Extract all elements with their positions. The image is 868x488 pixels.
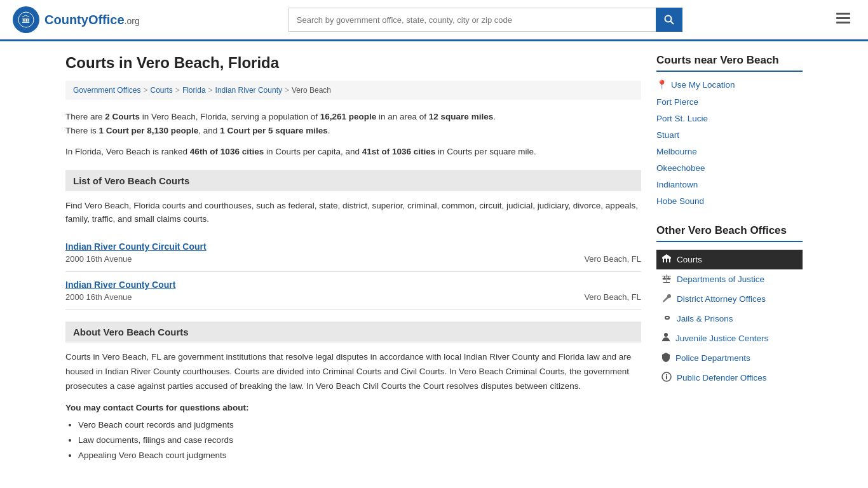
hamburger-icon bbox=[836, 13, 850, 24]
office-item[interactable]: District Attorney Offices bbox=[656, 289, 803, 309]
office-item[interactable]: Jails & Prisons bbox=[656, 309, 803, 329]
office-link[interactable]: Departments of Justice bbox=[677, 274, 764, 284]
office-link[interactable]: Courts bbox=[677, 255, 702, 264]
svg-text:🏛: 🏛 bbox=[22, 15, 31, 25]
summary-line1: There are 2 Courts in Vero Beach, Florid… bbox=[65, 110, 641, 137]
svg-rect-6 bbox=[836, 22, 850, 24]
list-section-header: List of Vero Beach Courts bbox=[65, 170, 641, 191]
office-item[interactable]: Public Defender Offices bbox=[656, 368, 803, 388]
logo-icon: 🏛 bbox=[13, 6, 39, 33]
svg-point-15 bbox=[663, 278, 667, 280]
office-icon bbox=[661, 352, 670, 364]
svg-rect-12 bbox=[667, 274, 667, 282]
nearby-city-link[interactable]: Okeechobee bbox=[656, 163, 705, 173]
nearby-city-item: Okeechobee bbox=[656, 159, 803, 176]
nearby-city-link[interactable]: Port St. Lucie bbox=[656, 114, 708, 123]
svg-rect-7 bbox=[663, 259, 664, 262]
court-item: Indian River County Circuit Court 2000 1… bbox=[65, 234, 641, 272]
office-icon bbox=[661, 273, 672, 285]
list-section-description: Find Vero Beach, Florida courts and cour… bbox=[65, 199, 641, 226]
nearby-city-item: Indiantown bbox=[656, 176, 803, 193]
other-offices-section: Other Vero Beach Offices Courts Departme… bbox=[656, 224, 803, 388]
search-area bbox=[288, 8, 682, 32]
office-link[interactable]: District Attorney Offices bbox=[677, 294, 766, 304]
page-title: Courts in Vero Beach, Florida bbox=[65, 54, 641, 72]
nearby-city-item: Stuart bbox=[656, 126, 803, 143]
breadcrumb-florida[interactable]: Florida bbox=[182, 86, 206, 95]
office-item[interactable]: Police Departments bbox=[656, 348, 803, 368]
menu-button[interactable] bbox=[831, 10, 855, 30]
office-icon bbox=[661, 372, 672, 384]
svg-rect-9 bbox=[669, 259, 670, 262]
site-header: 🏛 CountyOffice.org bbox=[0, 0, 868, 41]
svg-rect-14 bbox=[662, 276, 671, 276]
svg-point-19 bbox=[664, 333, 668, 337]
nearby-city-item: Hobe Sound bbox=[656, 193, 803, 209]
svg-rect-22 bbox=[666, 374, 667, 376]
breadcrumb-gov-offices[interactable]: Government Offices bbox=[73, 86, 141, 95]
search-input[interactable] bbox=[288, 8, 656, 32]
svg-rect-21 bbox=[666, 376, 667, 379]
nearby-city-link[interactable]: Stuart bbox=[656, 130, 679, 140]
office-link[interactable]: Public Defender Offices bbox=[677, 373, 767, 383]
breadcrumb-vero-beach: Vero Beach bbox=[292, 86, 331, 95]
svg-rect-8 bbox=[666, 259, 667, 262]
breadcrumb-courts[interactable]: Courts bbox=[151, 86, 173, 95]
office-item[interactable]: Departments of Justice bbox=[656, 269, 803, 289]
office-item[interactable]: Juvenile Justice Centers bbox=[656, 329, 803, 348]
svg-rect-13 bbox=[663, 282, 670, 283]
nearby-city-item: Port St. Lucie bbox=[656, 110, 803, 126]
court-list: Indian River County Circuit Court 2000 1… bbox=[65, 234, 641, 310]
breadcrumb: Government Offices > Courts > Florida > … bbox=[65, 81, 641, 100]
other-offices-title: Other Vero Beach Offices bbox=[656, 224, 803, 242]
logo-area: 🏛 CountyOffice.org bbox=[13, 6, 140, 33]
content-area: Courts in Vero Beach, Florida Government… bbox=[65, 54, 641, 464]
svg-point-2 bbox=[665, 16, 671, 22]
svg-rect-10 bbox=[662, 257, 671, 259]
office-icon bbox=[661, 254, 672, 266]
svg-rect-5 bbox=[836, 17, 850, 19]
sidebar: Courts near Vero Beach 📍 Use My Location… bbox=[656, 54, 803, 464]
office-item[interactable]: Courts bbox=[656, 250, 803, 269]
court-address: 2000 16th Avenue bbox=[65, 254, 132, 264]
nearby-city-item: Melbourne bbox=[656, 143, 803, 159]
nearby-city-link[interactable]: Hobe Sound bbox=[656, 196, 704, 206]
court-name[interactable]: Indian River County Circuit Court bbox=[65, 241, 641, 252]
court-details: 2000 16th Avenue Vero Beach, FL bbox=[65, 292, 641, 302]
court-name[interactable]: Indian River County Court bbox=[65, 280, 641, 290]
office-icon bbox=[661, 293, 672, 305]
court-details: 2000 16th Avenue Vero Beach, FL bbox=[65, 254, 641, 264]
about-description: Courts in Vero Beach, FL are government … bbox=[65, 350, 641, 394]
bullet-list: Vero Beach court records and judgmentsLa… bbox=[78, 417, 641, 464]
nearby-title: Courts near Vero Beach bbox=[656, 54, 803, 72]
svg-line-3 bbox=[670, 22, 674, 25]
bullet-item: Law documents, filings and case records bbox=[78, 433, 641, 448]
main-container: Courts in Vero Beach, Florida Government… bbox=[53, 41, 815, 477]
nearby-city-link[interactable]: Melbourne bbox=[656, 147, 697, 156]
contact-title: You may contact Courts for questions abo… bbox=[65, 403, 641, 412]
court-city-state: Vero Beach, FL bbox=[584, 292, 641, 302]
summary-line2: In Florida, Vero Beach is ranked 46th of… bbox=[65, 145, 641, 159]
logo-text: CountyOffice.org bbox=[44, 13, 140, 27]
court-address: 2000 16th Avenue bbox=[65, 292, 132, 302]
nearby-city-link[interactable]: Indiantown bbox=[656, 180, 698, 189]
office-link[interactable]: Jails & Prisons bbox=[677, 314, 733, 323]
nearby-list: Fort PiercePort St. LucieStuartMelbourne… bbox=[656, 93, 803, 209]
office-icon bbox=[661, 313, 672, 325]
search-button[interactable] bbox=[656, 8, 682, 32]
offices-list: Courts Departments of Justice District A… bbox=[656, 250, 803, 388]
search-icon bbox=[664, 15, 674, 25]
use-location-button[interactable]: 📍 Use My Location bbox=[656, 79, 803, 90]
office-icon bbox=[661, 332, 670, 344]
svg-point-16 bbox=[667, 278, 671, 280]
location-pin-icon: 📍 bbox=[656, 79, 667, 90]
breadcrumb-indian-river[interactable]: Indian River County bbox=[215, 86, 282, 95]
nearby-city-link[interactable]: Fort Pierce bbox=[656, 97, 698, 107]
office-link[interactable]: Juvenile Justice Centers bbox=[675, 334, 768, 343]
bullet-item: Appealing Vero Beach court judgments bbox=[78, 448, 641, 463]
svg-marker-11 bbox=[662, 254, 671, 257]
court-item: Indian River County Court 2000 16th Aven… bbox=[65, 272, 641, 310]
office-link[interactable]: Police Departments bbox=[675, 353, 750, 363]
about-section-header: About Vero Beach Courts bbox=[65, 322, 641, 342]
nearby-city-item: Fort Pierce bbox=[656, 93, 803, 110]
